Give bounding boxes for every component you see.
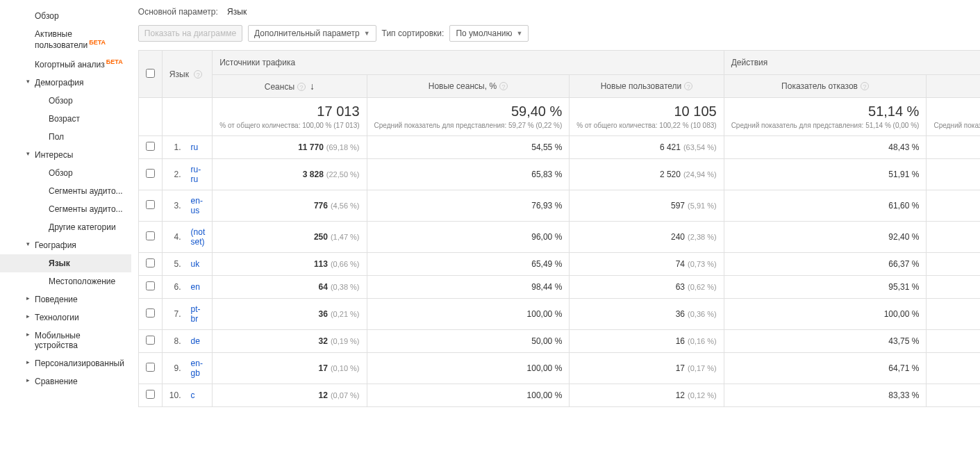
language-link[interactable]: c [191, 390, 195, 400]
cell-sessions: 64(0,38 %) [213, 276, 367, 299]
language-link[interactable]: en-gb [191, 359, 203, 378]
sidebar-item[interactable]: Активные пользователиБЕТА [0, 25, 131, 54]
metric-header[interactable]: Показатель отказов? [724, 75, 927, 98]
sidebar-item[interactable]: Когортный анализБЕТА [0, 54, 131, 74]
sidebar-subitem[interactable]: Обзор [0, 164, 131, 182]
sidebar-item[interactable]: Поведение [0, 290, 131, 308]
metric-label: Сеансы [265, 82, 294, 92]
cell-sessions: 11 770(69,18 %) [213, 136, 367, 159]
sort-type-dropdown[interactable]: По умолчанию ▼ [449, 25, 529, 42]
cell-new-users: 597(5,91 %) [570, 190, 724, 222]
sidebar-item[interactable]: Технологии [0, 308, 131, 327]
cell-bounce: 100,00 % [724, 299, 927, 330]
help-icon[interactable]: ? [861, 82, 869, 90]
row-language: uk [184, 253, 213, 276]
row-language: en-gb [184, 353, 213, 384]
language-link[interactable]: ru-ru [191, 165, 201, 184]
show-on-chart-button: Показать на диаграмме [138, 25, 242, 42]
cell-new-users: 6 421(63,54 %) [570, 136, 724, 159]
sidebar: ОбзорАктивные пользователиБЕТАКогортный … [0, 0, 131, 407]
sort-arrow-down-icon: ↓ [310, 81, 315, 92]
select-all-checkbox[interactable] [146, 69, 155, 78]
sidebar-item[interactable]: Обзор [0, 7, 131, 25]
sort-type-value: По умолчанию [456, 28, 512, 38]
summary-cell: 51,14 %Средний показатель для представле… [724, 98, 927, 136]
summary-value: 17 013 [219, 104, 359, 120]
sort-type-label: Тип сортировки: [382, 28, 445, 38]
cell-bounce: 83,33 % [724, 384, 927, 407]
sidebar-subitem[interactable]: Обзор [0, 92, 131, 110]
sidebar-subitem[interactable]: Возраст [0, 110, 131, 128]
language-link[interactable]: de [191, 336, 200, 346]
language-link[interactable]: pt-br [191, 304, 201, 324]
language-link[interactable]: en-us [191, 196, 203, 215]
row-index: 1. [162, 136, 183, 159]
sidebar-item[interactable]: Мобильные устройства [0, 327, 131, 354]
row-checkbox[interactable] [146, 308, 155, 318]
summary-sub: Средний показатель для представления: 3,… [933, 121, 980, 130]
sidebar-subitem[interactable]: Местоположение [0, 272, 131, 290]
sidebar-item[interactable]: География [0, 236, 131, 254]
row-checkbox[interactable] [146, 336, 155, 345]
language-link[interactable]: (not set) [191, 227, 206, 247]
language-link[interactable]: en [191, 282, 200, 292]
summary-value: 59,40 % [374, 104, 563, 120]
cell-bounce: 95,31 % [724, 276, 927, 299]
sidebar-subitem[interactable]: Пол [0, 128, 131, 146]
group-header-behavior: Действия [724, 51, 980, 75]
dimension-header[interactable]: Язык ? [162, 51, 212, 98]
secondary-dimension-dropdown[interactable]: Дополнительный параметр ▼ [248, 25, 376, 42]
row-language: ru [184, 136, 213, 159]
group-header-traffic: Источники трафика [213, 51, 724, 75]
sidebar-item[interactable]: Сравнение [0, 372, 131, 390]
cell-sessions: 113(0,66 %) [213, 253, 367, 276]
cell-bounce: 51,91 % [724, 159, 927, 190]
sidebar-item[interactable]: Демография [0, 74, 131, 92]
beta-badge: БЕТА [89, 39, 106, 46]
language-link[interactable]: ru [191, 142, 199, 152]
row-language: ru-ru [184, 159, 213, 190]
help-icon[interactable]: ? [684, 82, 692, 90]
cell-bounce: 64,71 % [724, 353, 927, 384]
metric-header[interactable]: Страниц/сеанс? [927, 75, 980, 98]
sidebar-item[interactable]: Интересы [0, 146, 131, 164]
metric-header[interactable]: Сеансы?↓ [213, 75, 367, 98]
metric-header[interactable]: Новые сеансы, %? [367, 75, 570, 98]
table-row: 2.ru-ru3 828(22,50 %)65,83 %2 520(24,94 … [138, 159, 980, 190]
primary-dimension-value[interactable]: Язык [227, 7, 247, 17]
help-icon[interactable]: ? [194, 70, 202, 79]
summary-sub: % от общего количества: 100,00 % (17 013… [219, 121, 359, 130]
summary-value: 3,06 [933, 104, 980, 120]
row-checkbox[interactable] [146, 363, 155, 372]
row-checkbox[interactable] [146, 258, 155, 267]
metric-header[interactable]: Новые пользователи? [570, 75, 724, 98]
row-checkbox[interactable] [146, 142, 155, 151]
cell-sessions: 250(1,47 %) [213, 222, 367, 253]
cell-new-users: 63(0,62 %) [570, 276, 724, 299]
row-checkbox[interactable] [146, 200, 155, 209]
cell-pages: 1,88 [927, 353, 980, 384]
row-checkbox[interactable] [146, 231, 155, 240]
row-checkbox[interactable] [146, 390, 155, 399]
row-checkbox[interactable] [146, 169, 155, 178]
summary-sub: Средний показатель для представления: 59… [374, 121, 563, 130]
summary-sub: Средний показатель для представления: 51… [731, 121, 920, 130]
sidebar-subitem[interactable]: Язык [0, 254, 131, 272]
sidebar-subitem[interactable]: Сегменты аудито... [0, 182, 131, 200]
primary-dimension-label: Основной параметр: [138, 7, 218, 17]
row-language: c [184, 384, 213, 407]
cell-new-sessions-pct: 54,55 % [367, 136, 570, 159]
row-language: pt-br [184, 299, 213, 330]
primary-dimension-line: Основной параметр: Язык [138, 7, 980, 17]
dimension-header-label: Язык [169, 69, 189, 79]
summary-cell: 17 013% от общего количества: 100,00 % (… [213, 98, 367, 136]
sidebar-subitem[interactable]: Сегменты аудито... [0, 200, 131, 218]
row-index: 10. [162, 384, 183, 407]
cell-bounce: 66,37 % [724, 253, 927, 276]
row-checkbox[interactable] [146, 281, 155, 290]
sidebar-subitem[interactable]: Другие категории [0, 218, 131, 236]
help-icon[interactable]: ? [297, 83, 306, 91]
help-icon[interactable]: ? [499, 82, 508, 90]
sidebar-item[interactable]: Персонализированный [0, 354, 131, 372]
language-link[interactable]: uk [191, 259, 200, 269]
